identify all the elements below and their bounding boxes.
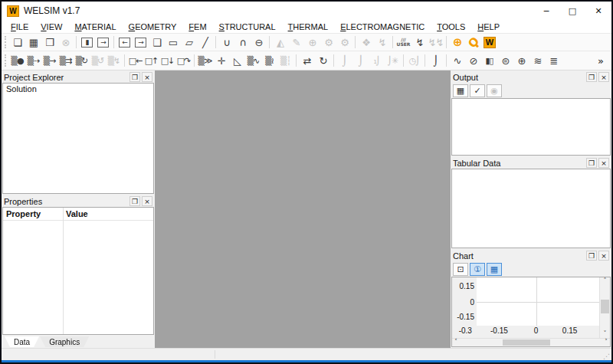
distributed-load-button[interactable]: ▒≫ — [197, 54, 213, 68]
float-panel-icon[interactable]: ❐ — [586, 158, 597, 168]
stop-button[interactable]: ◉ — [487, 84, 502, 97]
radiation-button[interactable]: ⌡✳ — [385, 54, 401, 68]
mesh-quality-button[interactable]: ⚙ — [336, 35, 352, 50]
tab-graphics[interactable]: Graphics — [40, 336, 89, 347]
line-button[interactable]: ╱ — [197, 35, 213, 50]
search-button[interactable]: Ϙ — [462, 33, 484, 51]
welsim-logo-button[interactable]: W — [484, 37, 496, 48]
translate-z-button[interactable]: □↓ — [159, 54, 175, 68]
resize-grip[interactable]: ⋰ — [603, 353, 610, 360]
chart-vertical-scrollbar[interactable]: ˄ ˅ — [599, 277, 610, 338]
menu-view[interactable]: VIEW — [34, 22, 68, 31]
run-analysis-button[interactable]: ↯ — [411, 35, 428, 50]
menu-material[interactable]: MATERIAL — [68, 22, 122, 31]
run-all-button[interactable]: ↯↯ — [428, 35, 444, 50]
minimize-button[interactable]: ─ — [533, 2, 559, 20]
float-panel-icon[interactable]: ❐ — [129, 196, 140, 206]
moment-button[interactable]: ▒↯ — [106, 54, 122, 68]
transformer-button[interactable]: ≣ — [546, 54, 562, 68]
clear-output-button[interactable]: ✓ — [470, 84, 485, 97]
transient-thermal-button[interactable]: ◷⌡ — [406, 54, 422, 68]
output-log-area[interactable] — [451, 98, 611, 156]
chart-horizontal-scrollbar[interactable]: ˂ ˃ — [452, 338, 610, 346]
solve-button[interactable]: ↯ — [374, 35, 390, 50]
tree-item-solution[interactable]: Solution — [3, 84, 153, 94]
compression-support-button[interactable]: ▒≀ — [261, 54, 277, 68]
toolbar-overflow-button[interactable]: » — [592, 54, 608, 68]
rotate-body-button[interactable]: □↷ — [175, 54, 192, 68]
tabular-data-area[interactable] — [451, 169, 611, 248]
rotational-velocity-button[interactable]: ▒↺ — [90, 54, 106, 68]
temperature-node-button[interactable]: ₁⌡ — [369, 54, 385, 68]
menu-thermal[interactable]: THERMAL — [282, 22, 335, 31]
antenna-button[interactable]: ≋ — [529, 54, 546, 68]
close-panel-icon[interactable]: × — [598, 158, 609, 168]
export-button[interactable]: → — [97, 38, 109, 48]
close-panel-icon[interactable]: × — [598, 251, 609, 261]
close-panel-icon[interactable]: × — [142, 196, 152, 206]
float-panel-icon[interactable]: ❐ — [586, 72, 597, 82]
plot-canvas[interactable] — [477, 277, 599, 326]
force-button[interactable]: ▒→ — [41, 54, 57, 68]
layers-button[interactable]: ❖ — [358, 35, 374, 50]
horizontal-scroll-thumb[interactable] — [503, 339, 550, 346]
remote-displacement-button[interactable]: ▒┆ — [277, 54, 293, 68]
displacement-button[interactable]: ▒⇢ — [25, 54, 41, 68]
view-next-button[interactable]: → — [135, 38, 146, 48]
float-panel-icon[interactable]: ❐ — [129, 72, 140, 82]
close-button[interactable]: ✕ — [585, 2, 611, 20]
menu-tools[interactable]: TOOLS — [431, 22, 471, 31]
menu-help[interactable]: HELP — [471, 22, 506, 31]
view-prev-button[interactable]: ← — [119, 38, 130, 48]
save-output-button[interactable]: ▦ — [453, 84, 468, 97]
tab-data[interactable]: Data — [5, 336, 39, 347]
import-button[interactable]: ▮ — [81, 38, 93, 48]
mesh-clean-button[interactable]: ✎ — [288, 35, 304, 50]
scroll-up-icon[interactable]: ˄ — [602, 277, 609, 285]
frictionless-support-button[interactable]: ◺ — [229, 54, 245, 68]
vertical-scroll-thumb[interactable] — [601, 300, 609, 313]
elastic-support-button[interactable]: ▒∿ — [245, 54, 261, 68]
import-loads-button[interactable]: ⇄ — [299, 54, 315, 68]
thermal-condition-button[interactable]: ⌡ — [428, 54, 444, 68]
coil-conductor-button[interactable]: ∿ — [449, 54, 465, 68]
refresh-button[interactable]: ↻ — [315, 54, 331, 68]
close-panel-icon[interactable]: × — [142, 72, 152, 82]
chart-points-button[interactable]: ① — [470, 263, 485, 276]
menu-geometry[interactable]: GEOMETRY — [123, 22, 183, 31]
chart-fit-button[interactable]: ⊡ — [453, 263, 468, 276]
translate-x-button[interactable]: □← — [127, 54, 143, 68]
scroll-down-icon[interactable]: ˅ — [602, 330, 609, 338]
mesh-inspect-button[interactable]: ⊕ — [304, 35, 320, 50]
solid-box-button[interactable]: ❑ — [149, 35, 165, 50]
plane-button[interactable]: ▱ — [181, 35, 197, 50]
conductor-sphere-button[interactable]: ⊜ — [497, 54, 513, 68]
mesh-generate-button[interactable]: ◭ — [272, 35, 288, 50]
user-defined-button[interactable]: /// USER — [395, 35, 411, 50]
menu-fem[interactable]: FEM — [182, 22, 212, 31]
open-button[interactable]: ❒ — [41, 35, 57, 50]
capacitor-button[interactable]: ▮▯ — [481, 54, 497, 68]
scroll-left-icon[interactable]: ˂ — [452, 339, 460, 346]
new-file-button[interactable]: ❏ — [9, 35, 25, 50]
temperature-button[interactable]: ⌡ — [336, 54, 352, 68]
node-force-button[interactable]: ✛ — [213, 54, 229, 68]
pressure-load-button[interactable]: ▒⇉ — [57, 54, 74, 68]
magnetic-disc-button[interactable]: ⊘ — [465, 54, 481, 68]
translate-y-button[interactable]: □↑ — [143, 54, 159, 68]
maximize-button[interactable]: □ — [559, 2, 585, 20]
fixed-support-button[interactable]: ▒● — [9, 54, 25, 68]
float-panel-icon[interactable]: ❐ — [586, 251, 597, 261]
bool-intersect-button[interactable]: ∩ — [234, 35, 251, 50]
eraser-button[interactable]: ▭ — [165, 35, 181, 50]
chart-grid-button[interactable]: ▦ — [487, 263, 502, 276]
mesh-settings-button[interactable]: ⚙ — [320, 35, 336, 50]
scroll-right-icon[interactable]: ˃ — [602, 339, 610, 346]
mesh-sphere-button[interactable]: ⊕ — [513, 54, 529, 68]
bool-subtract-button[interactable]: ⊖ — [251, 35, 267, 50]
menu-file[interactable]: FILE — [5, 22, 34, 31]
3d-viewport[interactable] — [155, 71, 451, 348]
close-panel-icon[interactable]: × — [598, 72, 609, 82]
menu-structural[interactable]: STRUCTURAL — [213, 22, 282, 31]
save-button[interactable]: ▦ — [25, 35, 41, 50]
